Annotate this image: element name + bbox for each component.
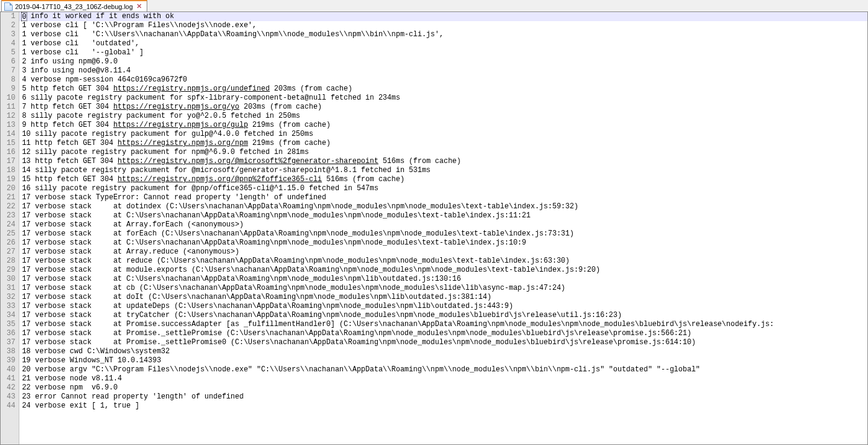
line-number: 37 <box>7 338 15 347</box>
line-number: 27 <box>7 248 15 257</box>
line-number: 18 <box>7 166 15 175</box>
code-line[interactable]: 3 info using node@v8.11.4 <box>19 66 867 75</box>
line-number: 8 <box>7 75 15 85</box>
code-line[interactable]: 17 verbose stack at updateDeps (C:\Users… <box>19 302 867 311</box>
line-number: 22 <box>7 202 15 211</box>
code-line[interactable]: 17 verbose stack at C:\Users\nachanan\Ap… <box>19 275 867 284</box>
line-number: 24 <box>7 220 15 229</box>
url-link[interactable]: https://registry.npmjs.org/gulp <box>113 121 248 129</box>
line-number: 3 <box>7 30 15 39</box>
line-number: 7 <box>7 66 15 75</box>
code-line[interactable]: 17 verbose stack at Array.forEach (<anon… <box>19 220 867 229</box>
code-line[interactable]: 17 verbose stack TypeError: Cannot read … <box>19 193 867 202</box>
code-line[interactable]: 16 silly pacote registry packument for @… <box>19 184 867 193</box>
url-link[interactable]: https://registry.npmjs.org/yo <box>113 103 240 111</box>
line-number: 10 <box>7 94 15 103</box>
line-number-gutter: 1234567891011121314151617181920212223242… <box>1 12 19 444</box>
line-number: 5 <box>7 48 15 57</box>
url-link[interactable]: https://registry.npmjs.org/@microsoft%2f… <box>118 157 378 165</box>
code-line[interactable]: 4 verbose npm-session 464c0169ca9672f0 <box>19 75 867 85</box>
code-line[interactable]: 7 http fetch GET 304 https://registry.np… <box>19 103 867 112</box>
code-line[interactable]: 17 verbose stack at cb (C:\Users\nachana… <box>19 284 867 293</box>
code-area[interactable]: 0 info it worked if it ends with ok1 ver… <box>19 12 867 444</box>
line-number: 2 <box>7 21 15 30</box>
line-number: 30 <box>7 275 15 284</box>
editor-app: 2019-04-17T10_43_23_106Z-debug.log ✕ 123… <box>0 0 868 445</box>
code-line[interactable]: 1 verbose cli '--global' ] <box>19 48 867 57</box>
code-line[interactable]: 21 verbose node v8.11.4 <box>19 374 867 383</box>
line-number: 28 <box>7 257 15 266</box>
line-number: 43 <box>7 392 15 402</box>
code-line[interactable]: 10 silly pacote registry packument for g… <box>19 130 867 139</box>
code-line[interactable]: 9 http fetch GET 304 https://registry.np… <box>19 121 867 130</box>
code-line[interactable]: 17 verbose stack at doIt (C:\Users\nacha… <box>19 293 867 302</box>
code-line[interactable]: 5 http fetch GET 304 https://registry.np… <box>19 85 867 94</box>
code-line[interactable]: 17 verbose stack at Array.reduce (<anony… <box>19 248 867 257</box>
code-line[interactable]: 18 verbose cwd C:\Windows\system32 <box>19 347 867 356</box>
line-number: 20 <box>7 184 15 193</box>
line-number: 16 <box>7 148 15 157</box>
code-line[interactable]: 6 silly pacote registry packument for sp… <box>19 94 867 103</box>
editor-viewport[interactable]: 1234567891011121314151617181920212223242… <box>0 12 868 445</box>
code-line[interactable]: 8 silly pacote registry packument for yo… <box>19 112 867 121</box>
tab-active[interactable]: 2019-04-17T10_43_23_106Z-debug.log ✕ <box>1 0 147 11</box>
line-number: 12 <box>7 112 15 121</box>
line-number: 41 <box>7 374 15 383</box>
document-icon <box>4 2 13 11</box>
code-line[interactable]: 22 verbose npm v6.9.0 <box>19 383 867 392</box>
url-link[interactable]: https://registry.npmjs.org/undefined <box>113 85 270 93</box>
line-number: 4 <box>7 39 15 48</box>
line-number: 32 <box>7 293 15 302</box>
line-number: 29 <box>7 266 15 275</box>
code-line[interactable]: 23 error Cannot read property 'length' o… <box>19 392 867 402</box>
line-number: 15 <box>7 139 15 148</box>
code-line[interactable]: 2 info using npm@6.9.0 <box>19 57 867 66</box>
line-number: 14 <box>7 130 15 139</box>
line-number: 9 <box>7 85 15 94</box>
line-number: 35 <box>7 320 15 329</box>
code-line[interactable]: 15 http fetch GET 304 https://registry.n… <box>19 175 867 184</box>
code-line[interactable]: 1 verbose cli 'C:\\Users\\nachanan\\AppD… <box>19 30 867 39</box>
line-number: 36 <box>7 329 15 338</box>
line-number: 44 <box>7 402 15 411</box>
code-line[interactable]: 1 verbose cli [ 'C:\\Program Files\\node… <box>19 21 867 30</box>
code-line[interactable]: 17 verbose stack at Promise._settlePromi… <box>19 329 867 338</box>
line-number: 11 <box>7 103 15 112</box>
line-number: 33 <box>7 302 15 311</box>
code-line[interactable]: 12 silly pacote registry packument for n… <box>19 148 867 157</box>
line-number: 38 <box>7 347 15 356</box>
code-line[interactable]: 17 verbose stack at C:\Users\nachanan\Ap… <box>19 211 867 220</box>
code-line[interactable]: 17 verbose stack at module.exports (C:\U… <box>19 266 867 275</box>
code-line[interactable]: 17 verbose stack at Promise.successAdapt… <box>19 320 867 329</box>
code-line[interactable]: 17 verbose stack at C:\Users\nachanan\Ap… <box>19 239 867 248</box>
line-number: 6 <box>7 57 15 66</box>
code-line[interactable]: 19 verbose Windows_NT 10.0.14393 <box>19 356 867 365</box>
caret: 0 <box>22 13 26 21</box>
line-number: 1 <box>7 12 15 21</box>
url-link[interactable]: https://registry.npmjs.org/npm <box>118 139 248 147</box>
line-number: 40 <box>7 365 15 374</box>
code-line[interactable]: 20 verbose argv "C:\\Program Files\\node… <box>19 365 867 374</box>
line-number: 23 <box>7 211 15 220</box>
line-number: 34 <box>7 311 15 320</box>
code-line[interactable]: 0 info it worked if it ends with ok <box>19 12 867 21</box>
code-line[interactable]: 17 verbose stack at forEach (C:\Users\na… <box>19 229 867 239</box>
code-line[interactable]: 11 http fetch GET 304 https://registry.n… <box>19 139 867 148</box>
url-link[interactable]: https://registry.npmjs.org/@pnp%2foffice… <box>118 175 322 184</box>
code-line[interactable]: 17 verbose stack at tryCatcher (C:\Users… <box>19 311 867 320</box>
code-line[interactable]: 1 verbose cli 'outdated', <box>19 39 867 48</box>
code-line[interactable]: 17 verbose stack at reduce (C:\Users\nac… <box>19 257 867 266</box>
line-number: 13 <box>7 121 15 130</box>
line-number: 42 <box>7 383 15 392</box>
code-line[interactable]: 13 http fetch GET 304 https://registry.n… <box>19 157 867 166</box>
line-number: 31 <box>7 284 15 293</box>
line-number: 25 <box>7 229 15 239</box>
line-number: 17 <box>7 157 15 166</box>
line-number: 21 <box>7 193 15 202</box>
code-line[interactable]: 24 verbose exit [ 1, true ] <box>19 402 867 411</box>
code-line[interactable]: 17 verbose stack at dotindex (C:\Users\n… <box>19 202 867 211</box>
tab-close-icon[interactable]: ✕ <box>135 3 143 10</box>
code-line[interactable]: 14 silly pacote registry packument for @… <box>19 166 867 175</box>
tab-bar: 2019-04-17T10_43_23_106Z-debug.log ✕ <box>0 0 868 12</box>
code-line[interactable]: 17 verbose stack at Promise._settlePromi… <box>19 338 867 347</box>
